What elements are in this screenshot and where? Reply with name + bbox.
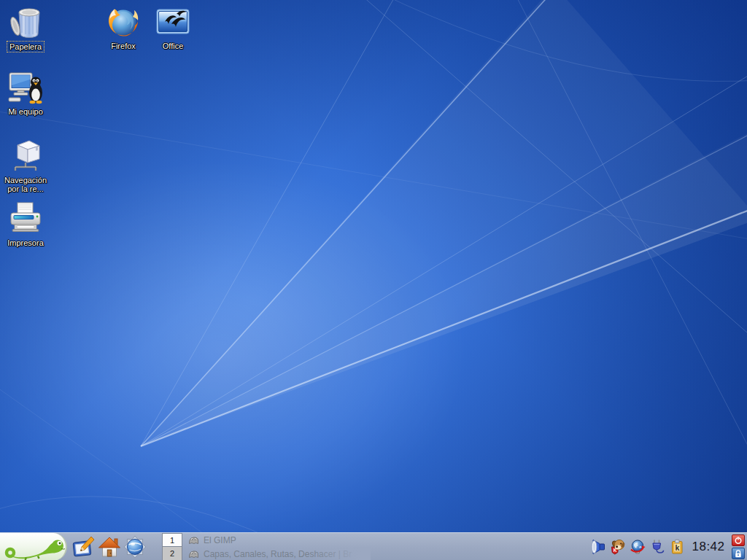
home-folder-icon (98, 535, 121, 559)
openoffice-gulls-icon (155, 4, 190, 39)
taskbar: El GIMP Capas, Canales, Rutas, Deshacer … (184, 533, 578, 560)
desktop-icon-label: Mi equipo (6, 106, 45, 117)
power-icon (733, 536, 743, 545)
desktop: Papelera Firefox (0, 0, 747, 560)
pager-desktop-2[interactable]: 2 (162, 547, 182, 560)
taskbar-item-label: Capas, Canales, Rutas, Deshacer | Br (204, 549, 352, 559)
panel-clock[interactable]: 18:42 (687, 533, 729, 560)
kicker-panel: 1 2 El GIMP Capas, Can (0, 532, 747, 560)
quicklaunch-home-button[interactable] (97, 534, 122, 559)
session-buttons (732, 534, 745, 559)
logout-button[interactable] (732, 534, 745, 546)
desktop-icon-label: Papelera (7, 41, 44, 52)
klipper-clipboard-icon[interactable]: k (668, 538, 686, 556)
tux-penguin (29, 77, 42, 104)
desktop-icon-navegacion-red[interactable]: Navegación por la re... (1, 139, 50, 194)
suse-watcher-dog-icon[interactable]: K (609, 538, 627, 556)
pager-desktop-1[interactable]: 1 (162, 533, 182, 547)
lock-screen-button[interactable] (732, 548, 745, 559)
wallpaper (0, 0, 747, 560)
computer-tux-icon (8, 70, 43, 105)
taskbar-item-label: El GIMP (204, 535, 236, 545)
desktop-icon-office[interactable]: Office (149, 4, 197, 51)
power-plug-icon[interactable] (649, 538, 666, 556)
svg-text:k: k (675, 543, 679, 552)
system-tray: K (589, 533, 686, 560)
trash-can-icon (8, 4, 43, 39)
desktop-icon-label: Navegación por la re... (1, 175, 50, 194)
desktop-icon-impresora[interactable]: Impresora (1, 201, 50, 248)
online-update-globe-icon[interactable] (629, 538, 646, 556)
volume-speaker-icon[interactable] (589, 538, 607, 556)
start-menu-button[interactable] (0, 533, 67, 560)
taskbar-item-gimp-docks[interactable]: Capas, Canales, Rutas, Deshacer | Br (184, 547, 578, 560)
quicklaunch-notes-button[interactable] (71, 534, 96, 559)
konqueror-globe-gear-icon (123, 535, 147, 559)
desktop-icon-mi-equipo[interactable]: Mi equipo (1, 70, 50, 117)
notes-pencil-icon (71, 535, 95, 559)
padlock-icon (733, 549, 743, 558)
suse-geeko-icon (0, 533, 67, 560)
desktop-icon-label: Firefox (109, 41, 138, 51)
desktop-icon-firefox[interactable]: Firefox (99, 4, 147, 51)
desktop-icon-label: Office (160, 41, 186, 51)
gimp-wilber-icon (188, 535, 199, 545)
quicklaunch-konqueror-button[interactable] (123, 534, 147, 559)
desktop-icon-papelera[interactable]: Papelera (1, 4, 50, 52)
gimp-wilber-icon (188, 549, 199, 559)
network-cube-icon (8, 139, 43, 174)
desktop-icon-label: Impresora (5, 238, 46, 248)
desktop-pager: 1 2 (162, 533, 182, 560)
firefox-logo-icon (106, 4, 141, 39)
printer-icon (8, 201, 43, 236)
taskbar-item-gimp[interactable]: El GIMP (184, 533, 578, 547)
